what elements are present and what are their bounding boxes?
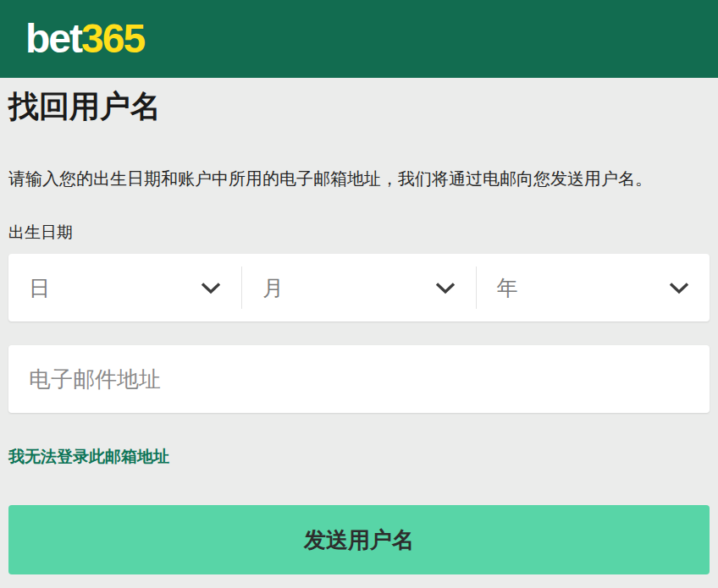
app-header: bet365 <box>0 0 718 78</box>
month-select[interactable]: 月 <box>242 254 475 321</box>
bet365-logo[interactable]: bet365 <box>25 19 144 59</box>
dob-label: 出生日期 <box>8 223 710 243</box>
year-select[interactable]: 年 <box>477 254 710 321</box>
send-username-button[interactable]: 发送用户名 <box>8 505 710 574</box>
logo-text-365: 365 <box>81 16 144 61</box>
cannot-access-email-link[interactable]: 我无法登录此邮箱地址 <box>8 447 169 467</box>
month-select-value: 月 <box>262 274 284 302</box>
chevron-down-icon <box>669 282 689 294</box>
chevron-down-icon <box>435 282 456 294</box>
year-select-value: 年 <box>497 274 518 302</box>
day-select[interactable]: 日 <box>8 254 241 321</box>
page-title: 找回用户名 <box>8 88 710 125</box>
intro-text: 请输入您的出生日期和账户中所用的电子邮箱地址，我们将通过电邮向您发送用户名。 <box>8 168 710 190</box>
email-input[interactable] <box>8 345 710 413</box>
logo-text-bet: bet <box>25 16 81 61</box>
chevron-down-icon <box>201 282 221 294</box>
main-content: 找回用户名 请输入您的出生日期和账户中所用的电子邮箱地址，我们将通过电邮向您发送… <box>0 88 718 574</box>
day-select-value: 日 <box>29 274 50 302</box>
dob-row: 日 月 年 <box>8 254 710 321</box>
